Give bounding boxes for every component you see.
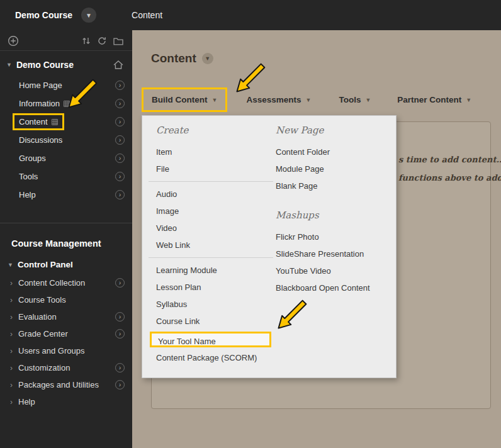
empty-content-message-line2: functions above to add it. [398,173,501,182]
partner-content-button[interactable]: Partner Content [397,95,471,104]
breadcrumb[interactable]: Content [132,10,162,20]
chevron-right-circle-icon[interactable] [115,135,125,145]
chevron-right-circle-icon[interactable] [115,190,125,199]
menu-item-youtube-video[interactable]: YouTube Video [276,262,392,279]
menu-item-learning-module[interactable]: Learning Module [156,262,282,279]
chevron-right-icon [10,364,13,372]
page-title-chevron-icon[interactable] [202,53,213,64]
menu-item-audio[interactable]: Audio [156,186,282,203]
menu-item-content-folder[interactable]: Content Folder [276,143,392,160]
partner-content-label: Partner Content [397,95,461,104]
sidebar-item-label: Content [19,117,48,126]
home-icon[interactable] [113,60,123,69]
mgmt-item-label: Course Tools [18,295,66,305]
menu-item-course-link[interactable]: Course Link [156,313,282,330]
course-menu-chevron-icon[interactable] [81,8,96,23]
chevron-right-circle-icon[interactable] [115,81,125,90]
chevron-right-circle-icon[interactable] [115,154,125,163]
menu-item-content-package-scorm[interactable]: Content Package (SCORM) [156,349,282,366]
open-in-new-window-icon[interactable] [115,312,125,322]
mgmt-item-label: Grade Center [18,329,68,339]
sidebar-item-label: Information [19,99,60,108]
chevron-right-icon [10,296,13,305]
sidebar-item-tools[interactable]: Tools [0,167,132,186]
control-panel-label: Control Panel [18,260,73,269]
menu-item-web-link[interactable]: Web Link [156,237,282,254]
chevron-down-icon [8,262,13,268]
menu-item-item[interactable]: Item [156,143,282,160]
build-content-label: Build Content [152,95,207,104]
main-content-area: Content Build Content Assessments Tools … [132,30,501,448]
annotation-highlight-content: Content [13,113,64,130]
top-bar: Demo Course Content [0,0,501,30]
sidebar-item-label: Tools [19,172,38,181]
build-content-menu: Create Item File Audio Image Video Web L… [142,115,397,378]
tools-button[interactable]: Tools [339,95,371,104]
menu-item-blank-page[interactable]: Blank Page [276,177,392,194]
empty-content-message-line1: s time to add content… [398,155,501,164]
chevron-right-circle-icon[interactable] [115,99,125,108]
menu-item-slideshare-presentation[interactable]: SlideShare Presentation [276,245,392,262]
chevron-right-circle-icon[interactable] [115,117,125,126]
mgmt-item-label: Packages and Utilities [18,380,99,389]
page-title: Content [151,52,196,65]
chevron-down-icon [466,97,471,103]
build-content-button[interactable]: Build Content [142,87,227,112]
reorder-icon[interactable] [82,36,91,45]
open-in-new-window-icon[interactable] [115,278,125,288]
menu-item-syllabus[interactable]: Syllabus [156,296,282,313]
topbar-course-title: Demo Course [15,10,72,20]
folder-icon[interactable] [113,37,123,45]
sidebar-item-users-and-groups[interactable]: Users and Groups [0,342,132,359]
refresh-icon[interactable] [98,36,106,45]
menu-header-create: Create [156,125,282,136]
menu-item-file[interactable]: File [156,160,282,177]
divider [149,181,273,182]
assessments-button[interactable]: Assessments [246,95,311,104]
sidebar-item-customization[interactable]: Customization [0,359,132,376]
open-in-new-window-icon[interactable] [115,329,125,339]
menu-item-your-tool-name[interactable]: Your Tool Name [150,332,271,347]
control-panel-toggle[interactable]: Control Panel [0,254,132,274]
mgmt-item-label: Evaluation [18,312,57,322]
sidebar-item-home-page[interactable]: Home Page [0,76,132,94]
sidebar-item-content-collection[interactable]: Content Collection [0,274,132,291]
add-menu-item-icon[interactable] [8,35,19,47]
sidebar-item-packages-and-utilities[interactable]: Packages and Utilities [0,376,132,393]
sidebar-course-header[interactable]: Demo Course [0,51,132,76]
chevron-right-icon [10,347,13,356]
content-grid-icon [52,119,58,125]
chevron-down-icon [305,97,311,103]
sidebar-item-grade-center[interactable]: Grade Center [0,325,132,342]
sidebar-item-help[interactable]: Help [0,186,132,204]
chevron-down-icon [211,97,217,103]
sidebar-item-label: Groups [19,154,46,163]
menu-item-video[interactable]: Video [156,220,282,237]
assessments-label: Assessments [246,95,301,104]
mgmt-item-label: Help [18,397,35,406]
sidebar-item-content[interactable]: Content [0,113,132,131]
sidebar-item-evaluation[interactable]: Evaluation [0,308,132,325]
chevron-right-icon [10,330,13,339]
chevron-right-circle-icon[interactable] [115,172,125,181]
menu-item-image[interactable]: Image [156,203,282,220]
chevron-right-icon [10,398,13,406]
sidebar-item-label: Help [19,190,36,199]
menu-item-blackboard-open-content[interactable]: Blackboard Open Content [276,279,392,296]
sidebar-item-course-tools[interactable]: Course Tools [0,291,132,308]
tools-label: Tools [339,95,361,104]
mgmt-item-label: Users and Groups [18,346,85,356]
chevron-right-icon [10,279,13,288]
sidebar-item-help-mgmt[interactable]: Help [0,393,132,410]
menu-item-lesson-plan[interactable]: Lesson Plan [156,279,282,296]
sidebar-item-discussions[interactable]: Discussions [0,131,132,149]
open-in-new-window-icon[interactable] [115,363,125,372]
open-in-new-window-icon[interactable] [115,380,125,389]
menu-item-module-page[interactable]: Module Page [276,160,392,177]
sidebar-item-groups[interactable]: Groups [0,149,132,167]
divider [149,257,273,258]
sidebar-item-label: Discussions [19,135,62,145]
menu-item-flickr-photo[interactable]: Flickr Photo [276,228,392,245]
course-management-header: Course Management [0,223,132,254]
mgmt-item-label: Customization [18,363,70,372]
